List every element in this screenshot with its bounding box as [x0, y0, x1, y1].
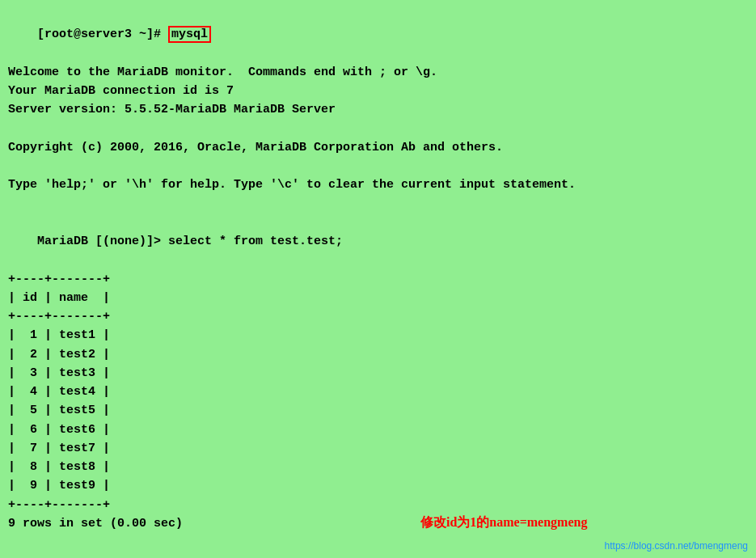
table-row-7: | 7 | test7 |: [8, 439, 748, 458]
table-row-2: | 2 | test2 |: [8, 345, 748, 364]
line-query1: MariaDB [(none)]> select * from test.tes…: [8, 213, 748, 270]
table-row-5: | 5 | test5 |: [8, 401, 748, 420]
line-prompt-mysql: [root@server3 ~]# mysql: [8, 6, 748, 63]
table-row-8: | 8 | test8 |: [8, 458, 748, 476]
table-row-6: | 6 | test6 |: [8, 421, 748, 439]
line-welcome3: Server version: 5.5.52-MariaDB MariaDB S…: [8, 100, 748, 119]
table-row-4: | 4 | test4 |: [8, 383, 748, 401]
table-row-3: | 3 | test3 |: [8, 364, 748, 383]
line-blank3: [8, 195, 748, 213]
line-welcome1: Welcome to the MariaDB monitor. Commands…: [8, 63, 748, 82]
watermark: https://blog.csdn.net/bmengmeng: [605, 540, 748, 552]
line-blank1: [8, 120, 748, 138]
line-welcome2: Your MariaDB connection id is 7: [8, 82, 748, 100]
line-rows-result: 9 rows in set (0.00 sec): [8, 514, 748, 533]
terminal-window: [root@server3 ~]# mysql Welcome to the M…: [0, 0, 756, 558]
rows-result-area: 9 rows in set (0.00 sec) 修改id为1的name=men…: [8, 514, 748, 533]
line-blank2: [8, 157, 748, 175]
table-header: | id | name |: [8, 289, 748, 307]
table-border-mid: +----+-------+: [8, 307, 748, 326]
table-row-9: | 9 | test9 |: [8, 476, 748, 495]
table-row-1: | 1 | test1 |: [8, 326, 748, 345]
table-border-bottom: +----+-------+: [8, 496, 748, 514]
prompt-text: [root@server3 ~]#: [37, 27, 168, 41]
mysql-command: mysql: [168, 26, 211, 43]
line-update-cmd: MariaDB [(none)]> update test.test set n…: [8, 552, 748, 558]
table-border-top: +----+-------+: [8, 270, 748, 289]
line-help: Type 'help;' or '\h' for help. Type '\c'…: [8, 175, 748, 194]
annotation-text: 修改id为1的name=mengmeng: [420, 514, 587, 531]
line-copyright: Copyright (c) 2000, 2016, Oracle, MariaD…: [8, 138, 748, 157]
